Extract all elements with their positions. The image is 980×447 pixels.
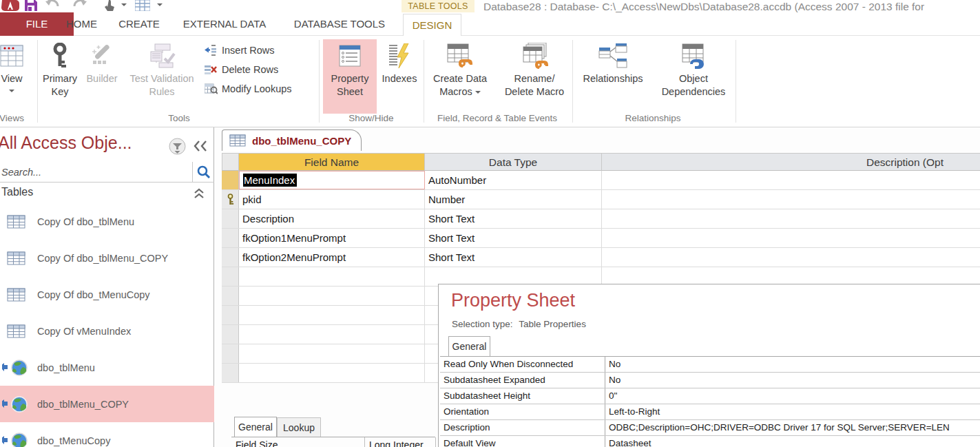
nav-group-label: Tables [1, 186, 33, 198]
delete-rows-label: Delete Rows [222, 64, 278, 75]
nav-item-label: Copy Of dbo_tMenuCopy [37, 289, 150, 300]
title-bar: Database28 : Database- C:\_Access\NewDbs… [0, 0, 980, 12]
test-validation-rules-button[interactable]: Test Validation Rules [122, 39, 202, 114]
nav-item-copy-of-vmenuindex[interactable]: Copy Of vMenuIndex [0, 313, 214, 349]
property-name: Default View [440, 436, 605, 447]
field-row-fkoption1menuprompt[interactable]: fkOption1MenuPrompt Short Text [222, 229, 980, 248]
nav-item-dbo-tmenucopy[interactable]: dbo_tMenuCopy [0, 422, 214, 447]
field-row-fkoption2menuprompt[interactable]: fkOption2MenuPrompt Short Text [222, 248, 980, 267]
tab-external-data[interactable]: EXTERNAL DATA [176, 12, 273, 36]
property-value[interactable]: No [606, 373, 980, 388]
tab-home[interactable]: HOME [59, 12, 104, 36]
row-selector[interactable] [222, 248, 239, 267]
row-selector[interactable] [222, 190, 239, 209]
property-row[interactable]: Description ODBC;Description=OHC;DRIVER=… [440, 420, 980, 436]
row-selector-current[interactable] [222, 171, 239, 189]
primary-key-row-icon [227, 194, 234, 205]
selection-type-label: Selection type: [452, 319, 513, 329]
delete-rows-button[interactable]: Delete Rows [203, 60, 317, 79]
tab-create[interactable]: CREATE [116, 12, 163, 36]
property-row[interactable]: Subdatasheet Height 0" [440, 388, 980, 404]
property-sheet-tab-general[interactable]: General [448, 336, 490, 356]
shutter-close-icon[interactable] [193, 140, 208, 152]
field-properties-grid: Field Size Long Integer [231, 437, 435, 447]
redo-icon[interactable] [72, 0, 87, 11]
tab-database-tools[interactable]: DATABASE TOOLS [286, 12, 393, 36]
column-header-description[interactable]: Description (Opt [602, 153, 980, 171]
nav-item-copy-of-dbo-tmenucopy[interactable]: Copy Of dbo_tMenuCopy [0, 276, 214, 313]
nav-pane-title[interactable]: All Access Obje... [0, 133, 132, 153]
grid-corner-header[interactable] [222, 153, 239, 171]
property-value[interactable]: 0" [606, 388, 980, 404]
field-name-cell[interactable]: fkOption2MenuPrompt [239, 248, 425, 267]
property-value[interactable]: Left-to-Right [606, 404, 980, 419]
access-app-icon [1, 0, 19, 11]
property-name: Orientation [440, 404, 605, 419]
builder-wand-icon [90, 39, 114, 72]
field-name-cell[interactable]: fkOption1MenuPrompt [239, 229, 425, 247]
column-header-data-type[interactable]: Data Type [425, 153, 602, 171]
collapse-group-icon[interactable] [194, 188, 205, 199]
object-dependencies-button[interactable]: Object Dependencies [653, 39, 734, 114]
table-icon [0, 288, 32, 302]
property-value[interactable]: ODBC;Description=OHC;DRIVER=ODBC Driver … [606, 420, 980, 435]
field-name-cell[interactable]: Description [239, 209, 425, 228]
data-type-cell[interactable]: Short Text [425, 209, 602, 228]
nav-item-copy-of-dbo-tblmenu[interactable]: Copy Of dbo_tblMenu [0, 203, 214, 240]
property-row[interactable]: Orientation Left-to-Right [440, 404, 980, 420]
data-type-cell[interactable]: Number [425, 190, 602, 209]
touch-mode-icon[interactable] [103, 0, 117, 11]
property-sheet-button[interactable]: Property Sheet [323, 39, 377, 114]
touch-mode-caret [121, 3, 127, 6]
field-properties-tab-lookup[interactable]: Lookup [277, 417, 321, 437]
view-button-label: View [1, 72, 22, 85]
row-selector[interactable] [222, 209, 239, 228]
nav-item-dbo-tblmenu-copy[interactable]: dbo_tblMenu_COPY [0, 386, 214, 422]
field-properties-tab-general[interactable]: General [234, 417, 277, 437]
property-row[interactable]: Default View Datasheet [440, 436, 980, 447]
property-row[interactable]: Subdatasheet Expanded No [440, 373, 980, 388]
data-type-cell[interactable]: Short Text [425, 248, 602, 267]
field-size-value[interactable]: Long Integer [369, 439, 424, 447]
property-row[interactable]: Read Only When Disconnected No [440, 357, 980, 373]
document-tab[interactable]: dbo_tblMenu_COPY [222, 129, 362, 151]
row-selector[interactable] [222, 229, 239, 247]
rename-delete-macro-label: Rename/ Delete Macro [500, 72, 569, 98]
save-icon[interactable] [25, 0, 37, 11]
insert-rows-button[interactable]: Insert Rows [203, 41, 317, 59]
search-button[interactable] [192, 162, 214, 182]
table-qat-icon[interactable] [135, 0, 150, 11]
property-sheet-icon [338, 39, 362, 72]
data-type-cell[interactable]: AutoNumber [425, 171, 602, 189]
nav-item-dbo-tblmenu[interactable]: dbo_tblMenu [0, 349, 214, 386]
field-name-cell[interactable]: MenuIndex [239, 171, 425, 189]
indexes-button[interactable]: Indexes [377, 39, 422, 114]
create-data-macros-button[interactable]: Create Data Macros [428, 39, 492, 114]
datasheet-view-icon [0, 39, 24, 72]
tab-design[interactable]: DESIGN [403, 14, 461, 37]
property-value[interactable]: No [606, 357, 980, 372]
object-dependencies-icon [680, 39, 707, 72]
search-input[interactable] [0, 162, 191, 182]
table-icon [0, 251, 32, 265]
field-name-cell[interactable]: pkid [239, 190, 425, 209]
nav-filter-icon[interactable] [169, 138, 186, 155]
field-row-pkid[interactable]: pkid Number [222, 190, 980, 209]
nav-group-header[interactable]: Tables [0, 184, 214, 203]
builder-button[interactable]: Builder [82, 39, 122, 114]
undo-icon[interactable] [45, 0, 61, 11]
property-value[interactable]: Datasheet [606, 436, 980, 447]
nav-item-copy-of-dbo-tblmenu-copy[interactable]: Copy Of dbo_tblMenu_COPY [0, 240, 214, 276]
view-button[interactable]: View [0, 39, 33, 114]
nav-item-label: Copy Of dbo_tblMenu_COPY [37, 253, 168, 264]
field-size-label[interactable]: Field Size [236, 439, 278, 447]
primary-key-button[interactable]: Primary Key [38, 39, 82, 114]
relationships-button[interactable]: Relationships [576, 39, 650, 114]
column-header-field-name[interactable]: Field Name [239, 153, 425, 171]
modify-lookups-button[interactable]: Modify Lookups [203, 79, 317, 98]
data-type-cell[interactable]: Short Text [425, 229, 602, 247]
field-row-menuindex[interactable]: MenuIndex AutoNumber [222, 171, 980, 190]
rename-delete-macro-button[interactable]: Rename/ Delete Macro [500, 39, 569, 114]
modify-lookups-label: Modify Lookups [222, 83, 292, 94]
field-row-description[interactable]: Description Short Text [222, 209, 980, 229]
